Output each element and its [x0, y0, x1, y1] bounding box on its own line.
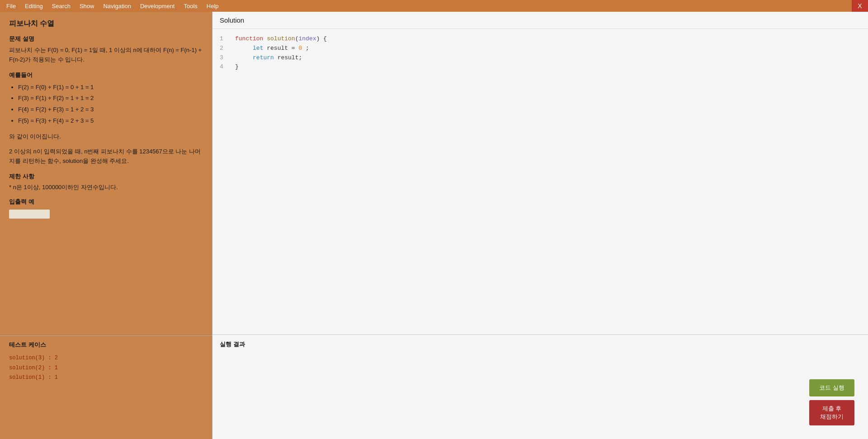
- result-title: 실행 결과: [220, 340, 861, 348]
- menu-editing[interactable]: Editing: [20, 2, 47, 10]
- keyword-return: return: [253, 54, 274, 61]
- code-line-2: 2 let result = 0 ;: [220, 44, 861, 53]
- code-line-4: 4 }: [220, 62, 861, 72]
- constraint-label: 제한 사항: [9, 172, 203, 181]
- menu-show[interactable]: Show: [75, 2, 99, 10]
- task-text: 2 이상의 n이 입력되었을 때, n번째 피보나치 수를 1234567으로 …: [9, 147, 203, 166]
- editor-section[interactable]: Solution 1 function solution(index) { 2: [212, 12, 868, 335]
- indent-3: [235, 54, 249, 61]
- keyword-let: let: [253, 45, 263, 52]
- code-content-2: let result = 0 ;: [235, 44, 309, 53]
- testcase-section: 테스트 케이스 solution(3) : 2 solution(2) : 1 …: [0, 335, 212, 439]
- line-number-2: 2: [220, 44, 231, 53]
- num-zero: 0: [298, 45, 302, 52]
- function-name: solution: [267, 35, 295, 42]
- code-content-3: return result;: [235, 53, 302, 63]
- code-content-4: }: [235, 62, 239, 72]
- submit-button[interactable]: 제출 후 채점하기: [809, 400, 854, 425]
- line-number-4: 4: [220, 62, 231, 72]
- example-2: F(3) = F(1) + F(2) = 1 + 1 = 2: [18, 93, 203, 104]
- problem-title: 피보나치 수열: [9, 19, 203, 29]
- code-line-1: 1 function solution(index) {: [220, 34, 861, 44]
- left-panel: 피보나치 수열 문제 설명 피보나치 수는 F(0) = 0, F(1) = 1…: [0, 12, 212, 439]
- editor-title: Solution: [212, 12, 868, 29]
- menu-tools[interactable]: Tools: [179, 2, 202, 10]
- action-buttons: 코드 실행 제출 후 채점하기: [809, 379, 854, 425]
- example-3: F(4) = F(2) + F(3) = 1 + 2 = 3: [18, 104, 203, 115]
- examples-label: 예를들어: [9, 71, 203, 79]
- problem-description-label: 문제 설명: [9, 35, 203, 43]
- code-content-1: function solution(index) {: [235, 34, 327, 44]
- problem-description: 피보나치 수는 F(0) = 0, F(1) = 1일 때, 1 이상의 n에 …: [9, 46, 203, 65]
- testcase-code: solution(3) : 2 solution(2) : 1 solution…: [9, 353, 203, 383]
- keyword-function: function: [235, 35, 263, 42]
- menubar: File Editing Search Show Navigation Deve…: [0, 0, 868, 12]
- close-button[interactable]: X: [852, 0, 868, 12]
- menu-help[interactable]: Help: [202, 2, 223, 10]
- io-bar: [9, 210, 50, 219]
- code-text-2: result =: [267, 45, 298, 52]
- line-number-1: 1: [220, 34, 231, 44]
- example-1: F(2) = F(0) + F(1) = 0 + 1 = 1: [18, 82, 203, 93]
- code-editor[interactable]: 1 function solution(index) { 2 let resul…: [212, 29, 868, 334]
- testcase-line-2: solution(2) : 1: [9, 363, 203, 373]
- semicolon-2: ;: [306, 45, 309, 52]
- menu-development[interactable]: Development: [136, 2, 179, 10]
- paren-close-brace: ) {: [316, 35, 326, 42]
- param-index: index: [298, 35, 316, 42]
- code-text-3: result;: [278, 54, 302, 61]
- problem-section: 피보나치 수열 문제 설명 피보나치 수는 F(0) = 0, F(1) = 1…: [0, 12, 212, 335]
- menu-navigation[interactable]: Navigation: [99, 2, 135, 10]
- testcase-line-3: solution(1) : 1: [9, 373, 203, 383]
- menu-file[interactable]: File: [2, 2, 20, 10]
- right-panel: Solution 1 function solution(index) { 2: [212, 12, 868, 439]
- testcase-line-1: solution(3) : 2: [9, 353, 203, 363]
- code-line-3: 3 return result;: [220, 53, 861, 63]
- examples-list: F(2) = F(0) + F(1) = 0 + 1 = 1 F(3) = F(…: [18, 82, 203, 127]
- io-label: 입출력 예: [9, 198, 203, 206]
- continues-text: 와 같이 이어집니다.: [9, 133, 203, 141]
- result-section: 실행 결과 코드 실행 제출 후 채점하기: [212, 335, 868, 439]
- example-4: F(5) = F(3) + F(4) = 2 + 3 = 5: [18, 115, 203, 127]
- run-button[interactable]: 코드 실행: [809, 379, 854, 396]
- menu-search[interactable]: Search: [47, 2, 75, 10]
- testcase-title: 테스트 케이스: [9, 341, 203, 349]
- constraint-text: * n은 1이상, 100000이하인 자연수입니다.: [9, 183, 203, 191]
- line-number-3: 3: [220, 53, 231, 63]
- indent-2: [235, 45, 249, 52]
- main-container: 피보나치 수열 문제 설명 피보나치 수는 F(0) = 0, F(1) = 1…: [0, 12, 868, 439]
